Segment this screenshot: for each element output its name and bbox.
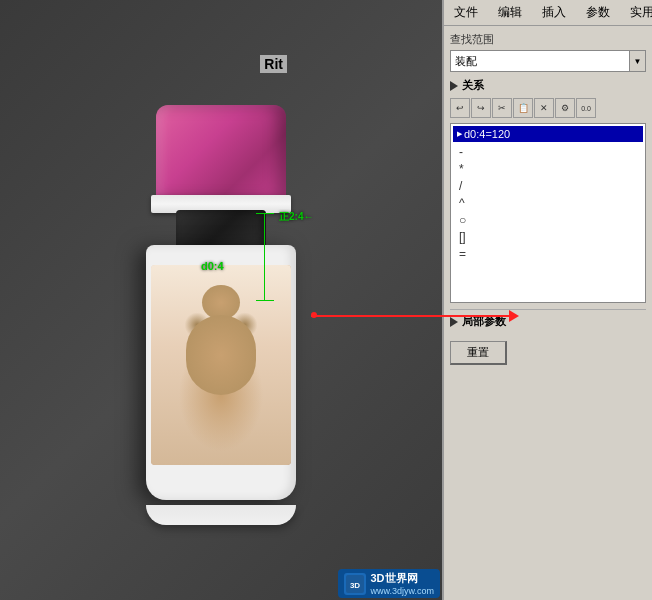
menu-file[interactable]: 文件 xyxy=(450,2,482,23)
op-caret[interactable]: ^ xyxy=(457,195,467,211)
op-row-6: [] xyxy=(457,229,639,245)
op-multiply[interactable]: * xyxy=(457,161,466,177)
bottle-label xyxy=(151,265,291,465)
watermark-site-name: 3D世界网 xyxy=(370,571,434,586)
relations-collapse-triangle[interactable] xyxy=(450,81,458,91)
bottle-body xyxy=(146,245,296,500)
local-params-section: 局部参数 xyxy=(450,309,646,329)
combo-dropdown-arrow[interactable]: ▼ xyxy=(629,51,645,71)
bear-body xyxy=(186,315,256,395)
relation-item-1-value: d0:4=120 xyxy=(464,128,510,140)
menu-params[interactable]: 参数 xyxy=(582,2,614,23)
rel-btn-undo[interactable]: ↩ xyxy=(450,98,470,118)
operators-section: - * / ^ ○ xyxy=(453,142,643,264)
menu-tools[interactable]: 实用工具 xyxy=(626,2,652,23)
watermark: 3D 3D世界网 www.3djyw.com xyxy=(338,569,440,598)
annotation-arrow-text: 正2:4← xyxy=(279,210,313,224)
rel-btn-copy[interactable]: 📋 xyxy=(513,98,533,118)
3d-viewport[interactable]: Rit xyxy=(0,0,442,600)
rel-btn-cut[interactable]: ✂ xyxy=(492,98,512,118)
relations-section: 关系 ↩ ↪ ✂ 📋 ✕ ⚙ 0.0 d0:4=120 xyxy=(450,78,646,303)
op-circle[interactable]: ○ xyxy=(457,212,468,228)
svg-text:3D: 3D xyxy=(350,581,360,590)
op-divide[interactable]: / xyxy=(457,178,464,194)
right-panel: 文件 编辑 插入 参数 实用工具 查找范围 装配 ▼ 关系 xyxy=(442,0,652,600)
op-row-7: = xyxy=(457,246,639,262)
op-row-2: * xyxy=(457,161,639,177)
rel-btn-extra[interactable]: 0.0 xyxy=(576,98,596,118)
bottom-ring xyxy=(146,505,296,525)
dimension-label: d0:4 xyxy=(201,260,224,272)
relation-item-1[interactable]: d0:4=120 xyxy=(453,126,643,142)
op-minus[interactable]: - xyxy=(457,144,465,160)
main-container: ⬜ 🔍 ◻ ↔ ⟲ ↗ ⊞ ⊡ ≡ ⚙ Rit xyxy=(0,0,652,600)
panel-content: 查找范围 装配 ▼ 关系 ↩ ↪ ✂ 📋 ✕ xyxy=(444,26,652,600)
op-bracket[interactable]: [] xyxy=(457,229,468,245)
search-section: 查找范围 装配 ▼ xyxy=(450,32,646,72)
relations-label: 关系 xyxy=(462,78,484,93)
menu-insert[interactable]: 插入 xyxy=(538,2,570,23)
dimension-tick-bottom xyxy=(256,300,274,301)
watermark-logo: 3D xyxy=(344,573,366,595)
watermark-text-block: 3D世界网 www.3djyw.com xyxy=(370,571,434,596)
search-combo[interactable]: 装配 ▼ xyxy=(450,50,646,72)
search-combo-value: 装配 xyxy=(451,54,629,69)
dimension-tick-top xyxy=(256,213,274,214)
inner-cap xyxy=(176,210,266,250)
op-row-5: ○ xyxy=(457,212,639,228)
bottle-cap xyxy=(156,105,286,200)
menu-edit[interactable]: 编辑 xyxy=(494,2,526,23)
relations-toolbar: ↩ ↪ ✂ 📋 ✕ ⚙ 0.0 xyxy=(450,96,646,120)
bottle-assembly: d0:4 正2:4← xyxy=(111,105,331,525)
red-arrow xyxy=(311,315,511,317)
local-params-triangle[interactable] xyxy=(450,317,458,327)
viewport-wrapper: ⬜ 🔍 ◻ ↔ ⟲ ↗ ⊞ ⊡ ≡ ⚙ Rit xyxy=(0,0,442,600)
relations-header: 关系 xyxy=(450,78,646,93)
watermark-url: www.3djyw.com xyxy=(370,586,434,596)
op-row-4: ^ xyxy=(457,195,639,211)
panel-menubar: 文件 编辑 插入 参数 实用工具 xyxy=(444,0,652,26)
rel-btn-redo[interactable]: ↪ xyxy=(471,98,491,118)
rel-btn-delete[interactable]: ✕ xyxy=(534,98,554,118)
op-row-1: - xyxy=(457,144,639,160)
rit-label: Rit xyxy=(260,55,287,73)
logo-icon: 3D xyxy=(346,575,364,593)
relations-list[interactable]: d0:4=120 - * / ^ xyxy=(450,123,646,303)
reset-button[interactable]: 重置 xyxy=(450,341,507,365)
op-equals[interactable]: = xyxy=(457,246,468,262)
search-label: 查找范围 xyxy=(450,32,646,47)
rel-btn-settings[interactable]: ⚙ xyxy=(555,98,575,118)
op-row-3: / xyxy=(457,178,639,194)
dimension-line-vertical xyxy=(264,213,265,301)
